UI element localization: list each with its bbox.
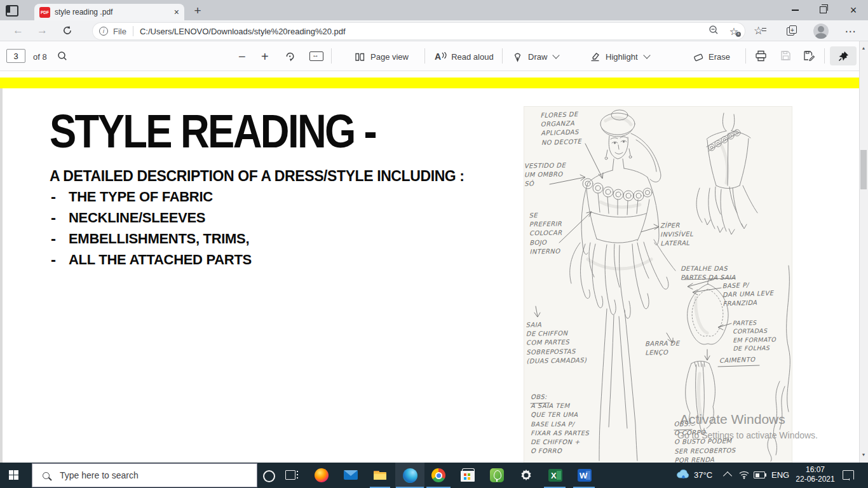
slide-bullet: - ALL THE ATTACHED PARTS xyxy=(51,252,252,268)
zoom-indicator-icon[interactable] xyxy=(709,25,719,38)
scroll-down-icon[interactable]: ▼ xyxy=(860,452,867,457)
save-icon-disabled xyxy=(780,50,791,64)
page-number-input[interactable] xyxy=(6,49,25,63)
file-scheme-label: File xyxy=(113,27,126,36)
window-restore-button[interactable] xyxy=(820,6,827,13)
settings-gear-icon[interactable] xyxy=(519,468,534,483)
annotation-obs-left: OBS: A SAIA TEM QUE TER UMA BASE LISA P/… xyxy=(531,393,589,456)
search-document-icon[interactable] xyxy=(57,51,68,64)
address-bar[interactable]: i File C:/Users/LENOVO/Downloads/style%2… xyxy=(93,23,745,39)
settings-menu-ellipsis-icon[interactable]: ⋯ xyxy=(843,24,858,38)
read-aloud-icon: A xyxy=(435,51,441,62)
slide-bullet: - NECKLINE/SLEEVES xyxy=(51,210,205,226)
page-total-label: of 8 xyxy=(33,52,47,62)
favorites-bar-icon[interactable]: ☆ xyxy=(754,24,763,37)
mail-icon[interactable] xyxy=(343,468,358,483)
annotation-vestido: VESTIDO DE UM OMBRO SÓ xyxy=(524,161,566,189)
annotation-barra: BARRA DE LENÇO xyxy=(645,339,680,358)
read-aloud-waves-icon xyxy=(442,52,447,61)
firefox-icon[interactable] xyxy=(314,468,329,483)
window-close-button[interactable]: × xyxy=(845,2,862,18)
language-indicator[interactable]: ENG xyxy=(771,470,789,480)
search-input[interactable] xyxy=(58,470,233,481)
taskbar-search-box[interactable] xyxy=(32,463,257,487)
draw-button[interactable]: Draw xyxy=(512,49,559,64)
scroll-up-icon[interactable]: ▲ xyxy=(860,46,867,50)
clock[interactable]: 16:07 22-06-2021 xyxy=(793,465,837,484)
new-tab-button[interactable]: + xyxy=(189,3,206,19)
highlight-dropdown-chevron-icon[interactable] xyxy=(643,51,650,58)
task-view-icon[interactable] xyxy=(285,468,300,483)
start-button[interactable] xyxy=(9,470,18,480)
page-view-label: Page view xyxy=(370,52,409,62)
slide-bullet: - THE TYPE OF FABRIC xyxy=(51,189,213,205)
zoom-in-icon[interactable]: + xyxy=(261,50,269,64)
annotation-bojo: SE PREFERIR COLOCAR BOJO INTERNO xyxy=(529,211,562,257)
file-explorer-icon[interactable] xyxy=(372,468,388,483)
rotate-icon[interactable] xyxy=(285,51,295,64)
print-icon[interactable] xyxy=(755,50,767,64)
clock-time: 16:07 xyxy=(793,465,837,475)
read-aloud-label: Read aloud xyxy=(451,52,494,62)
save-as-icon[interactable] xyxy=(803,50,815,64)
edge-icon[interactable] xyxy=(402,468,417,483)
pdf-page-content: STYLE READING - A DETAILED DESCRIPTION O… xyxy=(0,71,859,463)
draw-label: Draw xyxy=(528,52,547,62)
scrollbar-thumb[interactable] xyxy=(860,150,867,189)
highlight-label: Highlight xyxy=(606,52,638,62)
word-icon[interactable]: W xyxy=(577,468,592,483)
tab-actions-icon[interactable] xyxy=(6,5,18,17)
weather-cloud-icon[interactable] xyxy=(676,468,691,483)
annotation-detalhe: DETALHE DAS PARTES DA SAIA xyxy=(681,264,736,282)
erase-button[interactable]: Erase xyxy=(693,49,730,64)
tab-close-icon[interactable]: × xyxy=(174,7,179,17)
annotation-ziper: ZÍPER INVISÍVEL LATERAL xyxy=(660,221,694,248)
annotation-flores: FLORES DE ORGANZA APLICADAS NO DECOTE xyxy=(540,110,581,147)
excel-icon[interactable]: X xyxy=(548,468,563,483)
pin-toolbar-button[interactable] xyxy=(830,46,857,65)
edge-browser-window: PDF style reading .pdf × + × ← → i File … xyxy=(0,0,868,488)
microsoft-store-icon[interactable] xyxy=(460,468,475,483)
tab-title: style reading .pdf xyxy=(55,8,174,17)
bullet-marker: - xyxy=(51,188,69,206)
toolbar-separator xyxy=(824,48,825,64)
temperature-label[interactable]: 37°C xyxy=(694,470,712,480)
back-icon[interactable]: ← xyxy=(13,24,24,37)
yellow-highlight-stripe xyxy=(0,78,859,88)
annotation-saia: SAIA DE CHIFFON COM PARTES SOBREPOSTAS (… xyxy=(526,320,587,366)
refresh-icon[interactable] xyxy=(62,25,72,38)
tab-style-reading-pdf[interactable]: PDF style reading .pdf × xyxy=(34,4,184,20)
read-aloud-button[interactable]: A Read aloud xyxy=(435,49,494,64)
draw-dropdown-chevron-icon[interactable] xyxy=(553,51,560,58)
eraser-icon xyxy=(693,51,704,62)
add-favorite-icon[interactable]: ☆ + xyxy=(729,25,738,37)
battery-icon[interactable] xyxy=(754,471,765,478)
slide-bullet: - EMBELLISHMENTS, TRIMS, xyxy=(51,231,249,247)
highlighter-icon xyxy=(590,51,600,62)
address-separator xyxy=(133,26,133,36)
coreldraw-icon[interactable] xyxy=(489,468,505,483)
page-view-icon xyxy=(355,51,365,62)
forward-icon[interactable]: → xyxy=(37,24,48,37)
profile-avatar[interactable] xyxy=(813,24,829,39)
toolbar-separator xyxy=(331,48,332,64)
slide-subtitle: A DETAILED DESCRIPTION OF A DRESS/STYLE … xyxy=(50,168,465,185)
slide-title: STYLE READING - xyxy=(50,108,376,154)
draw-pen-icon xyxy=(512,51,523,62)
window-minimize-button[interactable] xyxy=(792,10,799,11)
highlight-button[interactable]: Highlight xyxy=(590,49,649,64)
vertical-scrollbar[interactable] xyxy=(859,41,868,463)
chrome-icon[interactable] xyxy=(431,468,446,483)
zoom-out-icon[interactable]: − xyxy=(238,50,246,64)
cortana-icon[interactable] xyxy=(263,470,275,482)
url-text[interactable]: C:/Users/LENOVO/Downloads/style%20readin… xyxy=(140,27,709,36)
pin-icon xyxy=(838,51,849,62)
wifi-icon[interactable] xyxy=(738,470,750,482)
action-center-icon[interactable] xyxy=(843,470,854,480)
bullet-marker: - xyxy=(51,230,69,248)
fashion-sketch-panel: FLORES DE ORGANZA APLICADAS NO DECOTE VE… xyxy=(524,107,792,463)
info-icon[interactable]: i xyxy=(99,27,108,36)
clock-date: 22-06-2021 xyxy=(793,475,837,484)
pdf-file-icon: PDF xyxy=(39,7,50,18)
page-view-button[interactable]: Page view xyxy=(355,49,409,64)
